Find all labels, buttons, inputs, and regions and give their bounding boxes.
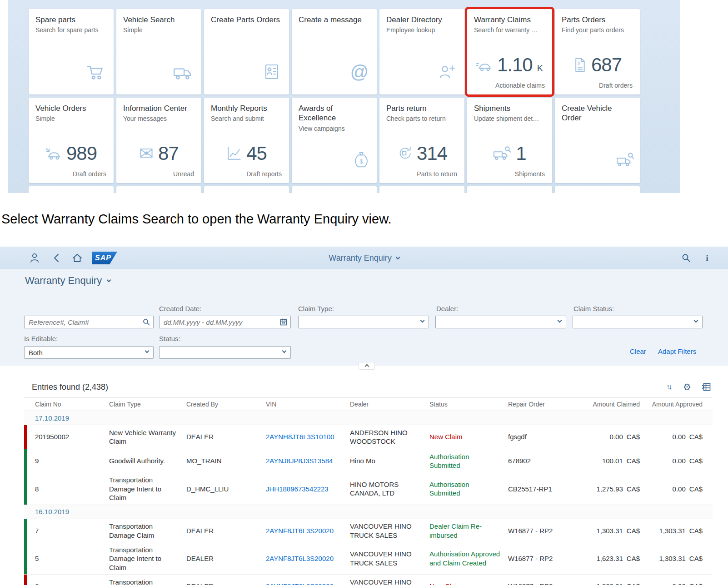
cell-dealer: Hino Mo [350,454,429,468]
column-header[interactable]: Dealer [350,401,429,408]
dealer-select[interactable] [435,316,566,328]
column-header[interactable]: Amount Claimed [585,401,640,408]
column-header[interactable]: Claim Type [109,401,186,408]
claim-status-label: Claim Status: [573,305,614,312]
tile-warranty-claims[interactable]: Warranty Claims Search for warranty … 1.… [467,9,552,94]
tile-monthly-reports[interactable]: Monthly Reports Search and submit 45 Dra… [204,98,289,183]
tile-subtitle: Check parts to return [386,115,458,123]
column-header[interactable]: Amount Approved [640,401,713,408]
column-header[interactable]: Repair Order [508,401,585,408]
group-header-date[interactable]: 17.10.2019 [24,411,713,425]
calendar-icon[interactable] [280,318,287,326]
tile-partial[interactable] [204,186,289,193]
table-row[interactable]: 7 Transportation Damage Claim DEALER 2AY… [24,519,713,543]
search-icon[interactable] [143,318,150,326]
cell-created-by: D_HMC_LLIU [186,482,266,496]
vehicle-car-icon [45,147,62,160]
status-label: Status: [159,335,180,342]
vin-link[interactable]: JHH1889673542223 [266,482,350,496]
tile-partial[interactable] [116,186,201,193]
sort-icon[interactable]: ↑↓ [666,383,672,391]
vin-link[interactable]: 2AYNF8JT6L3S20020 [266,524,350,538]
tile-grid: Spare parts Search for spare parts Vehic… [8,0,680,193]
cell-dealer: HINO MOTORS CANADA, LTD [350,478,429,500]
tile-title: Dealer Directory [386,15,458,25]
table-row[interactable]: 6 Transportation Damage Claim DEALER 2AY… [24,575,713,585]
reference-claim-search-input[interactable] [24,316,154,328]
table-row[interactable]: 5 Transportation Damage Intent to Claim … [24,543,713,575]
tile-partial[interactable] [555,186,640,193]
tile-parts-return[interactable]: Parts return Check parts to return 314 P… [379,98,464,183]
table-row[interactable]: 201950002 New Vehicle Warranty Claim DEA… [24,425,713,449]
tile-subtitle: Find your parts orders [562,26,633,35]
svg-text:$: $ [359,159,363,165]
shell-header: SAP Warranty Enquiry i [0,247,728,269]
tile-kpi-value: 87 [158,143,179,164]
cell-amount-claimed: 1,303.31CA$ [585,524,640,538]
tile-partial[interactable] [29,186,114,193]
tile-subtitle: Your messages [123,115,194,123]
is-editable-label: Is Editable: [24,335,58,342]
tile-spare-parts[interactable]: Spare parts Search for spare parts [29,9,114,94]
info-icon[interactable]: i [701,247,713,269]
page-title[interactable]: Warranty Enquiry [25,275,110,287]
warranty-car-icon [476,58,493,72]
tile-partial[interactable] [292,186,377,193]
vin-link[interactable]: 2AYNH8JT6L3S10100 [266,430,350,444]
table-row[interactable]: 9 Goodwill Authority. MO_TRAIN 2AYNJ8JP8… [24,449,713,473]
cell-status: Authorisation Approved and Claim Created [429,547,508,570]
cell-amount-approved: 0.00CA$ [640,430,713,444]
chevron-down-icon [145,349,150,353]
search-icon[interactable] [678,247,694,269]
tile-vehicle-orders[interactable]: Vehicle Orders Simple 989 Draft orders [29,98,114,183]
vin-link[interactable]: 2AYNJ8JP8J3S13584 [266,454,350,468]
cell-amount-claimed: 1,623.31CA$ [585,552,640,565]
shell-app-title[interactable]: Warranty Enquiry [0,247,728,269]
tile-vehicle-search[interactable]: Vehicle Search Simple [116,9,201,94]
export-icon[interactable] [702,383,711,391]
vin-link[interactable]: 2AYNF8JT6L3S20020 [266,580,350,585]
cell-dealer: ANDERSON HINO WOODSTOCK [350,426,429,448]
created-date-input[interactable] [159,316,291,328]
cell-claim-no: 201950002 [27,430,109,444]
adapt-filters-link[interactable]: Adapt Filters [658,347,696,355]
collapse-filter-button[interactable] [359,362,375,370]
money-bag-icon: $ [353,151,369,169]
tile-dealer-directory[interactable]: Dealer Directory Employee lookup [379,9,464,94]
cell-created-by: DEALER [186,524,266,538]
tile-kpi-unit: K [537,63,543,74]
tile-title: Parts return [386,104,458,113]
is-editable-select[interactable]: Both [24,346,154,359]
tile-awards-of-excellence[interactable]: Awards of Excellence View campaigns $ [292,98,377,183]
tile-title: Shipments [474,104,545,113]
tile-create-parts-orders[interactable]: Create Parts Orders [204,9,289,94]
tile-subtitle: View campaigns [299,125,370,133]
table-header-row: Claim No Claim Type Created By VIN Deale… [24,397,713,411]
clear-filters-link[interactable]: Clear [630,347,646,355]
tile-create-vehicle-order[interactable]: Create Vehicle Order [555,98,640,183]
parts-document-icon: $ [573,57,587,73]
claim-status-select[interactable] [573,316,703,328]
tile-create-a-message[interactable]: Create a message @ [292,9,377,94]
vin-link[interactable]: 2AYNF8JT6L3S20020 [266,552,350,565]
tile-title: Create a message [299,15,370,25]
table-row[interactable]: 8 Transportation Damage Intent to Claim … [24,473,713,505]
tile-subtitle: Search for warranty … [474,26,545,35]
column-header[interactable]: Created By [186,401,266,408]
tile-parts-orders[interactable]: Parts Orders Find your parts orders $ 68… [555,9,640,94]
status-select[interactable] [159,346,291,359]
settings-icon[interactable]: ⚙ [683,382,691,392]
group-header-date[interactable]: 16.10.2019 [24,505,713,519]
tile-title: Create Parts Orders [211,15,282,25]
cell-amount-claimed: 1,303.31CA$ [585,580,640,585]
at-icon: @ [350,63,369,81]
tile-shipments[interactable]: Shipments Update shipment det… 1 Shipmen… [467,98,552,183]
column-header[interactable]: Status [429,401,508,408]
column-header[interactable]: VIN [266,401,350,408]
created-date-field [159,316,291,328]
tile-partial[interactable] [467,186,552,193]
claim-type-select[interactable] [298,316,429,328]
tile-partial[interactable] [379,186,464,193]
column-header[interactable]: Claim No [27,401,109,408]
tile-information-center[interactable]: Information Center Your messages ✉ 87 Un… [116,98,201,183]
